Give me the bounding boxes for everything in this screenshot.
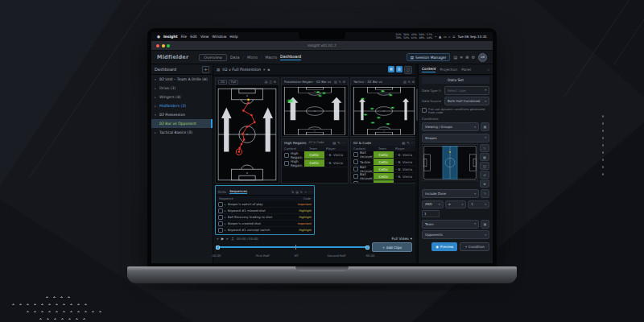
status-icon[interactable]: ▲ bbox=[439, 35, 441, 39]
row-checkbox[interactable] bbox=[218, 202, 223, 207]
stat-widget[interactable]: 45% 61% bbox=[411, 34, 417, 39]
zone-settings-button[interactable]: ✎ bbox=[481, 189, 489, 198]
row-checkbox[interactable] bbox=[284, 153, 289, 158]
status-icon[interactable]: ≡ bbox=[452, 35, 456, 39]
operator-select[interactable]: ≥ ▾ bbox=[445, 200, 467, 208]
table-grid-icon[interactable]: ▤ bbox=[402, 141, 405, 145]
pitch-tool-button[interactable]: ▦ bbox=[480, 153, 489, 161]
tactics-pitch[interactable] bbox=[351, 86, 417, 136]
chevron-down-icon[interactable]: ▾ bbox=[263, 68, 265, 72]
status-icon[interactable]: ⌕ bbox=[448, 35, 450, 39]
list-item[interactable]: ▸ Ball Recovery leading to shot Highligh… bbox=[216, 214, 314, 221]
range-end-handle[interactable] bbox=[365, 246, 369, 250]
tab-panel[interactable]: Panel bbox=[461, 68, 471, 72]
option-checkbox[interactable] bbox=[422, 108, 427, 113]
panel-expand-icon[interactable]: ⊞ bbox=[274, 80, 276, 84]
row-checkbox[interactable] bbox=[218, 221, 223, 226]
app-logo[interactable]: Midfielder bbox=[157, 54, 188, 60]
panel-grid-icon[interactable]: ▤ bbox=[265, 80, 268, 84]
sequences-panel[interactable]: Drills Sequences ⇅ ▤ ✎ + ⋯ bbox=[215, 185, 315, 235]
apple-menu[interactable]: ● bbox=[157, 35, 160, 39]
list-item[interactable]: ▸ Keyword #1 concept switch Highlight bbox=[216, 227, 314, 233]
nav-dashboard[interactable]: Dashboard bbox=[280, 55, 301, 60]
stat-widget[interactable]: 30% 52% bbox=[403, 34, 409, 39]
header-action-icon[interactable]: ⚙ bbox=[472, 55, 475, 60]
list-item[interactable]: ▸ Keeper's created shot Important bbox=[216, 221, 314, 227]
layout-single-button[interactable]: ▢ bbox=[404, 66, 412, 74]
status-icon[interactable]: ⌁ bbox=[435, 35, 437, 39]
user-avatar[interactable]: AB bbox=[478, 53, 487, 62]
row-checkbox[interactable] bbox=[218, 215, 223, 220]
row-team-cell[interactable]: Celtic bbox=[373, 166, 394, 172]
panel-edit-icon[interactable]: ✎ bbox=[339, 80, 341, 84]
row-checkbox[interactable] bbox=[353, 167, 358, 171]
lock-icon[interactable]: ▪ bbox=[267, 68, 270, 72]
status-icon[interactable]: ▭ bbox=[444, 35, 447, 39]
zone-pitch[interactable] bbox=[422, 144, 478, 181]
viewing-settings-button[interactable]: ▦ bbox=[481, 122, 489, 131]
row-checkbox[interactable] bbox=[218, 208, 223, 213]
operator-select[interactable]: AND ▾ bbox=[422, 200, 444, 208]
view-chip[interactable]: 2D bbox=[218, 80, 227, 85]
menu-view[interactable]: View bbox=[200, 35, 209, 39]
add-dashboard-button[interactable]: + bbox=[202, 66, 209, 73]
list-item[interactable]: ▸ Keyword #1 missed shot Highlight bbox=[216, 208, 314, 214]
skip-forward-icon[interactable]: » bbox=[226, 237, 229, 241]
panel-grid-icon[interactable]: ▤ bbox=[334, 80, 337, 84]
table-row[interactable]: High Regain Celtic ◦ B. Vieira bbox=[282, 151, 348, 159]
session-manager-button[interactable]: ▤ Session Manager bbox=[407, 53, 451, 61]
row-team-cell[interactable]: Celtic bbox=[303, 151, 324, 159]
row-checkbox[interactable] bbox=[218, 228, 223, 233]
more-icon[interactable]: ⋯ bbox=[308, 190, 312, 194]
menu-file[interactable]: File bbox=[181, 35, 188, 39]
timeline-track[interactable] bbox=[217, 245, 369, 250]
table-row[interactable]: Challenge Celtic ◦ B. Vieira bbox=[351, 180, 417, 184]
layout-grid-button[interactable]: ▦ bbox=[388, 66, 394, 72]
header-action-icon[interactable]: ≡ bbox=[460, 55, 463, 60]
pitch-tool-button[interactable]: ◫ bbox=[480, 162, 489, 170]
sidebar-item[interactable]: 02 Bar vs Opponent bbox=[151, 119, 213, 128]
menu-edit[interactable]: Edit bbox=[190, 35, 197, 39]
menu-window[interactable]: Window bbox=[213, 35, 227, 39]
row-team-cell[interactable]: Celtic bbox=[373, 159, 394, 165]
panel-grid-icon[interactable]: ▤ bbox=[403, 80, 407, 84]
edit-icon[interactable]: ✎ bbox=[300, 190, 303, 194]
row-team-cell[interactable]: Celtic bbox=[373, 173, 394, 180]
list-icon[interactable]: ▤ bbox=[295, 190, 299, 194]
table-grid-icon[interactable]: ▤ bbox=[332, 141, 336, 145]
menu-app-name[interactable]: Insight bbox=[163, 35, 178, 39]
row-checkbox[interactable] bbox=[353, 152, 358, 157]
sidebar-item[interactable]: ▾ 02 Possession bbox=[151, 110, 213, 119]
pitch-tool-button[interactable]: ≡ bbox=[480, 180, 489, 188]
data-type-dropdown[interactable]: Select type ▾ bbox=[444, 86, 489, 95]
sidebar-item[interactable]: ▸ Wingers (4) bbox=[151, 93, 213, 101]
preview-button[interactable]: ◉ Preview bbox=[431, 242, 457, 251]
nav-overview[interactable]: Overview bbox=[199, 54, 227, 61]
sidebar-item[interactable]: ▸ Midfielders (2) bbox=[151, 101, 213, 110]
tab-drills[interactable]: Drills bbox=[218, 190, 226, 194]
table-more-icon[interactable]: ⋯ bbox=[342, 141, 345, 145]
tab-projection[interactable]: Projection bbox=[440, 68, 457, 72]
data-source-dropdown[interactable]: Both Half Combined ▾ bbox=[444, 97, 489, 105]
operator-select[interactable]: 1 ▾ bbox=[468, 200, 489, 208]
sidebar-item[interactable]: ▸ Tactical Basics (3) bbox=[151, 128, 213, 137]
tab-content[interactable]: Content bbox=[422, 67, 436, 72]
panel-expand-icon[interactable]: ⊞ bbox=[343, 80, 345, 84]
panel-edit-icon[interactable]: ✎ bbox=[408, 80, 411, 84]
row-checkbox[interactable] bbox=[353, 181, 358, 184]
regain-panel[interactable]: Possession Regain – 02 Bar vs ▤ ✎ ⊞ bbox=[281, 77, 349, 137]
stat-widget[interactable]: 57% 44% bbox=[427, 34, 432, 39]
table-row[interactable]: Ball recovery Celtic ◦ B. Vieira bbox=[351, 151, 417, 159]
table-more-icon[interactable]: ⋯ bbox=[411, 141, 415, 145]
minimize-window-button[interactable] bbox=[162, 44, 165, 47]
add-condition-button[interactable]: + Condition bbox=[460, 242, 489, 251]
sort-icon[interactable]: ⇅ bbox=[291, 190, 294, 194]
movement-panel[interactable]: 2D Full ▤ ◫ ⊞ bbox=[215, 77, 279, 184]
nav-data[interactable]: Data bbox=[230, 56, 239, 60]
skip-back-icon[interactable]: « bbox=[217, 237, 219, 241]
full-video-selector[interactable]: Full Video ▾ bbox=[392, 237, 412, 241]
table-row[interactable]: High Regain Celtic ◦ B. Vieira bbox=[282, 159, 348, 167]
add-icon[interactable]: + bbox=[304, 190, 307, 194]
header-action-icon[interactable]: ⊞ bbox=[465, 55, 469, 60]
dynamic-conditions-option[interactable]: Can use dynamic conditions generated fro… bbox=[422, 108, 489, 115]
